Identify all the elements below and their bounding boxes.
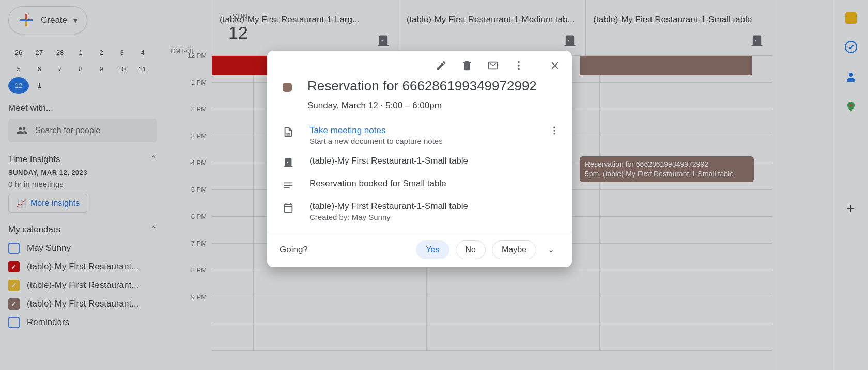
- mini-cal-day[interactable]: 1: [70, 44, 91, 61]
- mini-cal-day[interactable]: 8: [70, 61, 91, 77]
- more-options-icon[interactable]: [513, 60, 524, 71]
- calendar-item[interactable]: (table)-My First Restaurant...: [8, 258, 157, 276]
- create-button[interactable]: Create ▾: [8, 6, 87, 34]
- event-chip-sub: 5pm, (table)-My First Restaurant-1-Small…: [585, 169, 749, 179]
- svg-point-0: [845, 41, 857, 53]
- svg-point-5: [518, 68, 520, 70]
- day-header: SUN 12 (table)-My First Restaurant-1-Lar…: [212, 0, 772, 56]
- svg-point-6: [553, 126, 555, 128]
- tasks-icon[interactable]: [844, 40, 858, 54]
- time-insights-hours: 0 hr in meetings: [8, 180, 157, 188]
- close-icon[interactable]: [549, 60, 561, 71]
- room-icon: [283, 157, 294, 168]
- search-people-placeholder: Search for people: [35, 126, 100, 135]
- mini-calendar[interactable]: 26 27 28 1 2 3 4 5 6 7 8 9 10 11 12 1: [8, 44, 157, 94]
- mini-cal-day[interactable]: 5: [8, 61, 29, 77]
- calendar-row: (table)-My First Restaurant-1-Small tabl…: [267, 196, 572, 232]
- chevron-up-icon: ⌃: [150, 224, 157, 235]
- people-icon: [17, 125, 28, 136]
- mini-cal-day[interactable]: 28: [50, 44, 70, 61]
- plus-icon: [18, 12, 35, 28]
- event-chip-title: Reservation for 666286199349972992: [585, 159, 749, 169]
- description-text: Reservation booked for Small table: [309, 179, 446, 189]
- mini-cal-day[interactable]: 11: [132, 61, 153, 77]
- rsvp-footer: Going? Yes No Maybe ⌄: [267, 232, 572, 267]
- time-column: 12 PM1 PM2 PM3 PM4 PM5 PM6 PM7 PM8 PM9 P…: [165, 56, 212, 324]
- calendar-checkbox[interactable]: [8, 261, 20, 272]
- calendar-item[interactable]: May Sunny: [8, 239, 157, 258]
- add-addon-icon[interactable]: +: [844, 202, 858, 215]
- right-rail: +: [833, 0, 868, 370]
- notes-menu-icon[interactable]: [549, 125, 560, 136]
- event-datetime: Sunday, March 12 ⋅ 5:00 – 6:00pm: [307, 100, 537, 111]
- calendar-checkbox[interactable]: [8, 280, 20, 291]
- more-insights-button[interactable]: 📈 More insights: [8, 194, 87, 213]
- calendar-checkbox[interactable]: [8, 243, 20, 254]
- keep-icon[interactable]: [845, 12, 857, 24]
- mini-cal-day[interactable]: 27: [29, 44, 50, 61]
- resource-column-header: (table)-My First Restaurant-1-Medium tab…: [399, 0, 586, 55]
- svg-point-8: [553, 133, 555, 134]
- room-row: (table)-My First Restaurant-1-Small tabl…: [267, 151, 572, 173]
- mini-cal-day[interactable]: 1: [29, 77, 50, 94]
- room-icon: [563, 34, 577, 48]
- svg-point-4: [518, 65, 520, 67]
- maps-icon[interactable]: [844, 100, 858, 114]
- mini-cal-day[interactable]: 2: [91, 44, 112, 61]
- calendar-item[interactable]: Reminders: [8, 313, 157, 332]
- calendar-icon: [283, 202, 294, 214]
- event-block-brown[interactable]: [580, 56, 752, 75]
- calendar-item[interactable]: (table)-My First Restaurant...: [8, 295, 157, 313]
- contacts-icon[interactable]: [844, 70, 858, 84]
- mini-cal-day[interactable]: 9: [91, 61, 112, 77]
- popup-actions: [267, 51, 572, 75]
- insights-icon: 📈: [16, 198, 26, 208]
- mini-cal-day[interactable]: 12: [8, 77, 29, 94]
- mini-cal-day[interactable]: 3: [112, 44, 132, 61]
- mini-cal-day[interactable]: 10: [112, 61, 132, 77]
- meeting-notes-row[interactable]: Take meeting notes Start a new document …: [267, 120, 572, 151]
- email-icon[interactable]: [487, 60, 499, 71]
- calendar-checkbox[interactable]: [8, 317, 20, 328]
- grid-padding: [773, 0, 833, 370]
- my-calendars-header[interactable]: My calendars ⌃: [8, 224, 157, 235]
- rsvp-maybe-button[interactable]: Maybe: [492, 240, 536, 259]
- time-insights-date: SUNDAY, MAR 12, 2023: [8, 169, 157, 176]
- created-by: Created by: May Sunny: [309, 213, 468, 221]
- description-row: Reservation booked for Small table: [267, 173, 572, 196]
- time-insights-header[interactable]: Time Insights ⌃: [8, 154, 157, 165]
- caret-down-icon: ▾: [73, 15, 78, 25]
- rsvp-no-button[interactable]: No: [456, 240, 486, 259]
- calendar-list: May Sunny (table)-My First Restaurant...…: [8, 239, 157, 332]
- resource-column-header: (table)-My First Restaurant-1-Small tabl…: [585, 0, 772, 55]
- delete-icon[interactable]: [461, 60, 473, 71]
- event-popup: Reservation for 666286199349972992 Sunda…: [267, 51, 572, 267]
- room-icon: [376, 34, 391, 48]
- chevron-up-icon: ⌃: [150, 154, 157, 165]
- rsvp-more-icon[interactable]: ⌄: [542, 245, 560, 254]
- meet-with-header: Meet with...: [8, 103, 157, 114]
- mini-cal-day[interactable]: 26: [8, 44, 29, 61]
- svg-point-3: [518, 61, 520, 63]
- search-people-input[interactable]: Search for people: [8, 119, 157, 142]
- resource-column-header: (table)-My First Restaurant-1-Larg...: [212, 0, 399, 55]
- room-name: (table)-My First Restaurant-1-Small tabl…: [309, 156, 468, 166]
- svg-point-2: [849, 104, 852, 107]
- sidebar: Create ▾ 26 27 28 1 2 3 4 5 6 7 8 9 10 1…: [0, 0, 165, 370]
- calendar-name: (table)-My First Restaurant-1-Small tabl…: [309, 201, 468, 212]
- going-label: Going?: [280, 245, 308, 255]
- event-title: Reservation for 666286199349972992: [307, 77, 537, 95]
- take-notes-link[interactable]: Take meeting notes: [309, 125, 443, 136]
- edit-icon[interactable]: [436, 60, 447, 71]
- event-chip[interactable]: Reservation for 666286199349972992 5pm, …: [580, 156, 754, 182]
- mini-cal-day[interactable]: 6: [29, 61, 50, 77]
- mini-cal-day[interactable]: 4: [132, 44, 153, 61]
- mini-cal-day[interactable]: 7: [50, 61, 70, 77]
- svg-point-7: [553, 130, 555, 131]
- notes-subtext: Start a new document to capture notes: [309, 137, 443, 146]
- rsvp-yes-button[interactable]: Yes: [416, 240, 449, 259]
- description-icon: [283, 180, 294, 191]
- calendar-checkbox[interactable]: [8, 298, 20, 310]
- calendar-item[interactable]: (table)-My First Restaurant...: [8, 276, 157, 295]
- document-icon: [283, 126, 294, 138]
